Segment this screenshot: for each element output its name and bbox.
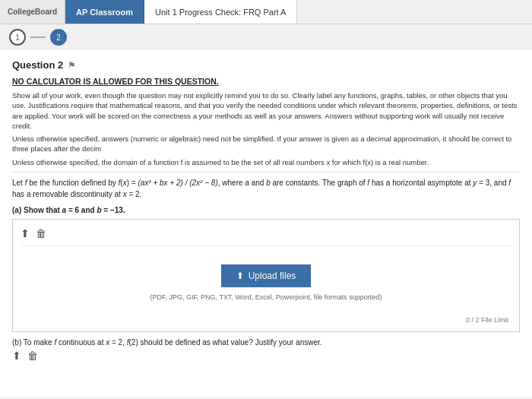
upload-icon: ⬆ (236, 271, 244, 281)
part-b-upload-icon[interactable]: ⬆ (12, 350, 21, 362)
problem-text: Let f be the function defined by f(x) = … (12, 179, 511, 198)
collegeboard-logo-area: CollegeBoard (0, 0, 65, 24)
part-b-toolbar: ⬆ 🗑 (12, 350, 520, 362)
upload-formats: (PDF, JPG, GIF, PNG, TXT, Word, Excel, P… (150, 293, 382, 301)
ap-classroom-tab[interactable]: AP Classroom (65, 0, 144, 24)
part-b-label: (b) To make f continuous at x = 2, f(2) … (12, 338, 520, 347)
question-header: Question 2 ⚑ (12, 59, 520, 71)
instructions-3: Unless otherwise specified, the domain o… (12, 157, 520, 167)
divider (12, 172, 520, 173)
no-calc-notice: NO CALCULATOR IS ALLOWED FOR THIS QUESTI… (12, 77, 520, 86)
part-b-trash-icon[interactable]: 🗑 (27, 350, 38, 362)
page-title: Unit 1 Progress Check: FRQ Part A (155, 8, 286, 17)
step-connector (30, 36, 46, 38)
top-bar: CollegeBoard AP Classroom Unit 1 Progres… (0, 0, 532, 24)
problem-statement: Let f be the function defined by f(x) = … (12, 177, 520, 200)
upload-drop-area: ⬆ Upload files (PDF, JPG, GIF, PNG, TXT,… (21, 252, 511, 316)
ap-classroom-label: AP Classroom (76, 8, 133, 17)
step-1-circle[interactable]: 1 (9, 29, 26, 46)
page-title-tab: Unit 1 Progress Check: FRQ Part A (144, 0, 297, 24)
flag-icon[interactable]: ⚑ (68, 60, 76, 71)
step-2-circle[interactable]: 2 (50, 29, 67, 46)
upload-files-button[interactable]: ⬆ Upload files (221, 264, 312, 287)
question-title: Question 2 (12, 59, 63, 71)
instructions-1: Show all of your work, even though the q… (12, 90, 520, 131)
main-content: Question 2 ⚑ NO CALCULATOR IS ALLOWED FO… (0, 50, 532, 397)
upload-toolbar-icon[interactable]: ⬆ (21, 227, 30, 239)
collegeboard-label: CollegeBoard (8, 8, 57, 16)
file-limit: 0 / 2 File Limit (21, 316, 511, 324)
part-a-label: (a) Show that a = 6 and b = −13. (12, 206, 520, 214)
upload-box: ⬆ 🗑 ⬆ Upload files (PDF, JPG, GIF, PNG, … (12, 219, 520, 332)
instructions-2: Unless otherwise specified, answers (num… (12, 134, 520, 154)
upload-toolbar: ⬆ 🗑 (21, 227, 511, 246)
trash-toolbar-icon[interactable]: 🗑 (36, 227, 46, 239)
upload-button-label: Upload files (249, 271, 296, 281)
breadcrumb: 1 2 (0, 24, 532, 50)
